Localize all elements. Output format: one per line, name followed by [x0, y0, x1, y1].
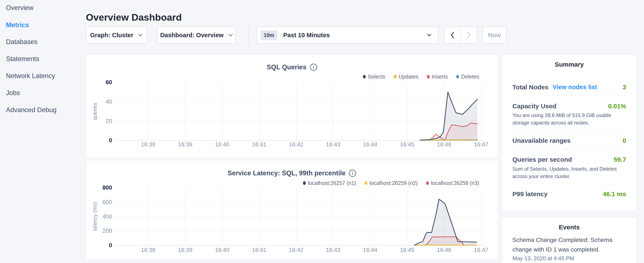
svg-text:200: 200 [102, 228, 112, 234]
queries-per-second-value: 59.7 [614, 156, 626, 163]
event-item-text[interactable]: Schema Change Completed: Schema change w… [512, 235, 627, 254]
divider [512, 149, 626, 149]
view-nodes-list-link[interactable]: View nodes list [552, 84, 597, 91]
capacity-used-subtext: You are using 28.6 MiB of 515.9 GiB usab… [512, 112, 627, 126]
svg-text:16:44: 16:44 [363, 247, 378, 253]
sql-queries-chart[interactable]: 16:3816:3916:4016:4116:4216:4316:4416:45… [86, 55, 498, 158]
svg-text:40: 40 [106, 99, 112, 105]
summary-row-total-nodes: Total Nodes View nodes list 3 [512, 84, 626, 92]
svg-text:16:38: 16:38 [141, 141, 156, 148]
now-button[interactable]: Now [482, 27, 506, 44]
svg-text:16:39: 16:39 [178, 247, 192, 253]
unavailable-ranges-value: 0 [622, 137, 626, 144]
event-item-timestamp: May 13, 2020 at 4:45 PM [512, 255, 627, 262]
queries-per-second-label: Queries per second [512, 156, 572, 163]
sidebar-item-databases[interactable]: Databases [6, 38, 38, 46]
chevron-down-icon [427, 34, 432, 37]
sidebar-item-statements[interactable]: Statements [6, 55, 39, 63]
summary-row-unavailable-ranges: Unavailable ranges 0 [512, 137, 626, 146]
sql-queries-chart-card: SQL Queries i SelectsUpdatesInsertsDelet… [86, 55, 498, 158]
svg-text:16:45: 16:45 [400, 247, 414, 253]
svg-text:16:44: 16:44 [363, 141, 378, 148]
total-nodes-label: Total Nodes [512, 84, 548, 91]
svg-text:16:40: 16:40 [215, 141, 230, 148]
p99-latency-label: P99 latency [512, 190, 548, 198]
svg-text:16:43: 16:43 [326, 247, 340, 253]
events-panel-title: Events [502, 224, 636, 231]
service-latency-chart[interactable]: 16:3816:3916:4016:4116:4216:4316:4416:45… [86, 160, 498, 260]
time-range-dropdown[interactable]: 10m Past 10 Minutes [257, 27, 438, 44]
graph-scope-dropdown-label: Graph: Cluster [90, 32, 133, 39]
svg-text:16:45: 16:45 [400, 141, 414, 148]
chevron-right-icon [466, 32, 471, 39]
svg-text:16:41: 16:41 [252, 141, 266, 148]
svg-text:16:43: 16:43 [326, 141, 340, 148]
summary-row-p99-latency: P99 latency 46.1 ms [512, 190, 626, 199]
svg-text:16:42: 16:42 [289, 141, 304, 148]
svg-text:16:40: 16:40 [215, 247, 230, 253]
sidebar-item-advanced-debug[interactable]: Advanced Debug [6, 106, 56, 114]
svg-text:queries: queries [92, 103, 98, 120]
p99-latency-value: 46.1 ms [603, 190, 626, 198]
sidebar-item-jobs[interactable]: Jobs [6, 89, 20, 97]
svg-text:800: 800 [102, 184, 112, 191]
svg-text:0: 0 [109, 242, 112, 248]
sidebar-item-overview[interactable]: Overview [6, 4, 34, 12]
capacity-used-value: 0.01% [608, 103, 626, 110]
summary-row-queries-per-second: Queries per second 59.7 [512, 156, 626, 164]
svg-text:16:47: 16:47 [474, 141, 488, 148]
sidebar-item-metrics[interactable]: Metrics [6, 21, 29, 29]
total-nodes-value: 3 [622, 84, 626, 91]
dashboard-dropdown-label: Dashboard: Overview [160, 32, 224, 39]
metrics-page: Overview Metrics Databases Statements Ne… [0, 0, 644, 263]
svg-text:0: 0 [109, 137, 112, 144]
chevron-left-icon [450, 32, 455, 39]
chevron-down-icon [228, 34, 233, 37]
summary-row-capacity-used: Capacity Used 0.01% [512, 103, 626, 111]
svg-text:16:39: 16:39 [178, 141, 192, 148]
svg-text:latency (ms): latency (ms) [92, 202, 98, 231]
events-panel: Events Schema Change Completed: Schema c… [502, 217, 636, 263]
chevron-down-icon [138, 34, 143, 37]
service-latency-chart-card: Service Latency: SQL, 99th percentile i … [86, 160, 498, 259]
unavailable-ranges-label: Unavailable ranges [512, 137, 570, 144]
time-step-back-button[interactable] [444, 27, 460, 43]
svg-text:20: 20 [106, 118, 112, 124]
summary-panel-title: Summary [502, 61, 636, 68]
controls-divider [248, 25, 249, 45]
queries-per-second-subtext: Sum of Selects, Updates, Inserts, and De… [512, 165, 627, 180]
svg-text:16:46: 16:46 [437, 141, 451, 148]
capacity-used-label: Capacity Used [512, 103, 556, 110]
svg-text:60: 60 [106, 79, 112, 86]
time-step-forward-button[interactable] [460, 27, 477, 43]
divider [512, 130, 626, 131]
page-title: Overview Dashboard [86, 12, 182, 23]
divider [512, 184, 626, 184]
svg-text:600: 600 [102, 199, 112, 205]
svg-text:16:41: 16:41 [252, 247, 266, 253]
time-range-label: Past 10 Minutes [283, 32, 330, 39]
svg-text:400: 400 [102, 213, 112, 220]
svg-text:16:42: 16:42 [289, 247, 304, 253]
time-step-button-group [444, 27, 477, 44]
svg-text:16:46: 16:46 [437, 247, 451, 253]
now-button-label: Now [488, 32, 501, 39]
graph-scope-dropdown[interactable]: Graph: Cluster [86, 27, 147, 44]
svg-text:16:47: 16:47 [474, 247, 488, 253]
divider [512, 96, 626, 96]
time-range-badge: 10m [261, 31, 277, 40]
svg-text:16:38: 16:38 [141, 247, 156, 253]
dashboard-dropdown[interactable]: Dashboard: Overview [157, 27, 236, 44]
sidebar-item-network-latency[interactable]: Network Latency [6, 72, 55, 80]
summary-panel: Summary Total Nodes View nodes list 3 Ca… [502, 55, 636, 211]
